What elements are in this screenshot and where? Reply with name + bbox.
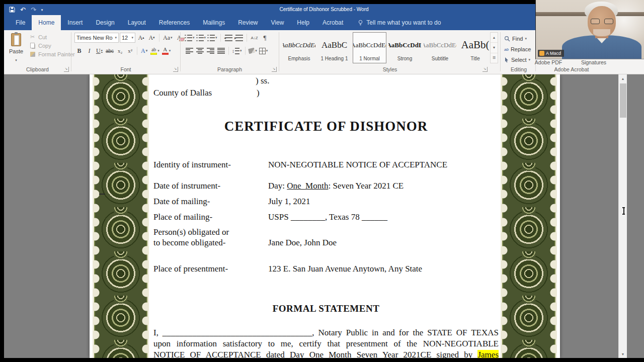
editing-group: Find▾ ab Replace Select▾ Editing <box>501 30 536 74</box>
justify-button[interactable] <box>216 46 225 56</box>
subscript-button[interactable]: x₂ <box>115 46 125 56</box>
line-spacing-button[interactable]: ↕ <box>232 46 242 56</box>
decrease-indent-button[interactable]: ◂ <box>224 33 233 43</box>
styles-group-label: Styles <box>279 66 501 72</box>
increase-indent-button[interactable]: ▸ <box>234 33 244 43</box>
replace-button[interactable]: ab Replace <box>504 45 531 54</box>
styles-more-icon[interactable]: ☰ <box>491 53 498 63</box>
tab-layout[interactable]: Layout <box>121 15 152 30</box>
change-case-button[interactable]: Aa <box>162 33 174 43</box>
numbering-button[interactable] <box>196 33 206 43</box>
underline-button[interactable]: U <box>95 46 104 56</box>
tell-me-box[interactable]: Tell me what you want to do <box>358 15 441 30</box>
text-effects-button[interactable]: A <box>139 46 149 56</box>
text-cursor-pointer <box>621 207 626 215</box>
signatures-button[interactable]: Signatures <box>573 59 615 65</box>
tab-insert[interactable]: Insert <box>61 15 89 30</box>
align-center-button[interactable] <box>195 46 204 56</box>
paste-button[interactable]: Paste <box>6 32 26 65</box>
copy-icon <box>29 42 36 49</box>
webcam-name-tag: A Macd <box>538 50 564 57</box>
tab-design[interactable]: Design <box>89 15 121 30</box>
styles-group: AaBbCcDdEe Emphasis AaBbC 1 Heading 1 Aa… <box>279 30 501 74</box>
multilevel-list-icon <box>207 35 215 41</box>
superscript-button[interactable]: x² <box>125 46 135 56</box>
format-painter-button[interactable]: Format Painter <box>29 51 75 57</box>
qat-customize-icon[interactable]: ▾ <box>41 8 43 12</box>
tab-acrobat[interactable]: Acrobat <box>316 15 350 30</box>
copy-button[interactable]: Copy <box>29 42 75 49</box>
undo-icon[interactable]: ↶ <box>20 7 26 13</box>
styles-scroll-down-icon[interactable]: ▼ <box>491 43 498 53</box>
save-icon[interactable] <box>9 7 15 13</box>
adobe-acrobat-group-label: Adobe Acrobat <box>536 66 607 72</box>
font-name-combobox[interactable]: Times New Ro▾ <box>74 33 119 43</box>
align-left-button[interactable] <box>185 46 194 56</box>
name-tag-icon <box>539 51 544 56</box>
cut-button[interactable]: ✂Cut <box>29 34 75 40</box>
format-painter-icon <box>29 51 36 57</box>
replace-icon: ab <box>504 47 509 52</box>
sort-button[interactable]: A↓Z <box>250 33 259 43</box>
styles-gallery-scroll: ▲ ▼ ☰ <box>490 32 498 63</box>
document-area: ) ss. County of Dallas ) CERTIFICATE OF … <box>4 74 644 358</box>
strikethrough-button[interactable]: abc <box>105 46 115 56</box>
style-title[interactable]: AaBb( Title <box>458 32 492 63</box>
tab-view[interactable]: View <box>265 15 291 30</box>
text-highlight-button[interactable]: ab <box>149 46 160 56</box>
style-emphasis[interactable]: AaBbCcDdEe Emphasis <box>282 32 316 63</box>
bold-button[interactable]: B <box>74 46 84 56</box>
highlight-color-swatch <box>150 53 157 55</box>
magnifier-icon <box>504 36 510 42</box>
multilevel-list-button[interactable] <box>207 33 217 43</box>
bullets-button[interactable] <box>185 33 195 43</box>
style-normal[interactable]: AaBbCcDdEe 1 Normal <box>353 32 386 63</box>
increase-indent-icon <box>235 35 243 41</box>
borders-button[interactable] <box>259 46 268 56</box>
paragraph-line-2[interactable]: upon information satisfactory to me, cer… <box>153 338 499 349</box>
scrollbar-thumb[interactable] <box>620 83 626 118</box>
find-button[interactable]: Find▾ <box>504 34 531 43</box>
certificate-border-left <box>93 74 149 358</box>
tab-file[interactable]: File <box>9 15 32 30</box>
font-size-combobox[interactable]: 12▾ <box>120 33 135 43</box>
font-color-button[interactable]: A <box>161 46 172 56</box>
style-heading-1[interactable]: AaBbC 1 Heading 1 <box>317 32 351 63</box>
align-right-button[interactable] <box>206 46 215 56</box>
tab-help[interactable]: Help <box>290 15 316 30</box>
document-page[interactable]: ) ss. County of Dallas ) CERTIFICATE OF … <box>90 74 560 358</box>
person-glasses <box>591 19 613 25</box>
formal-statement-heading[interactable]: FORMAL STATEMENT <box>153 303 499 314</box>
person-beard <box>593 29 610 36</box>
adobe-pdf-button[interactable]: Adobe PDF <box>527 59 570 65</box>
shading-button[interactable] <box>249 46 258 56</box>
tab-home[interactable]: Home <box>32 15 61 30</box>
tab-review[interactable]: Review <box>231 15 264 30</box>
document-title[interactable]: CERTIFICATE OF DISHONOR <box>153 119 499 134</box>
clipboard-group: Paste ✂Cut Copy Format Painter Clipboard <box>4 30 71 74</box>
document-text[interactable]: ) ss. County of Dallas ) CERTIFICATE OF … <box>153 74 499 358</box>
paragraph-line-1[interactable]: I, ___________________________________, … <box>153 327 499 338</box>
redo-icon[interactable]: ↷ <box>31 7 36 13</box>
document-line-ss[interactable]: ) ss. <box>256 75 601 86</box>
scroll-down-icon[interactable] <box>619 350 627 358</box>
paragraph-line-3[interactable]: NOTICE OF ACCEPTANCE dated Day One Month… <box>153 349 499 358</box>
tab-mailings[interactable]: Mailings <box>196 15 231 30</box>
select-arrow-icon <box>504 57 509 63</box>
vertical-scrollbar[interactable] <box>618 74 627 358</box>
grow-font-button[interactable]: A <box>136 33 146 43</box>
shrink-font-button[interactable]: A <box>147 33 156 43</box>
paste-label: Paste <box>9 48 23 54</box>
line-spacing-icon: ↕ <box>232 48 239 54</box>
numbered-list-icon <box>196 35 204 41</box>
italic-button[interactable]: I <box>85 46 94 56</box>
style-strong[interactable]: AaBbCcDdE Strong <box>388 32 422 63</box>
scroll-up-icon[interactable] <box>619 74 627 82</box>
tab-references[interactable]: References <box>152 15 196 30</box>
paste-icon <box>11 33 21 46</box>
show-hide-button[interactable]: ¶ <box>261 33 270 43</box>
justify-icon <box>217 48 225 54</box>
style-subtitle[interactable]: AaBbCcDdEe Subtitle <box>423 32 457 63</box>
webcam-overlay: A Macd <box>535 0 644 59</box>
styles-scroll-up-icon[interactable]: ▲ <box>491 33 498 43</box>
